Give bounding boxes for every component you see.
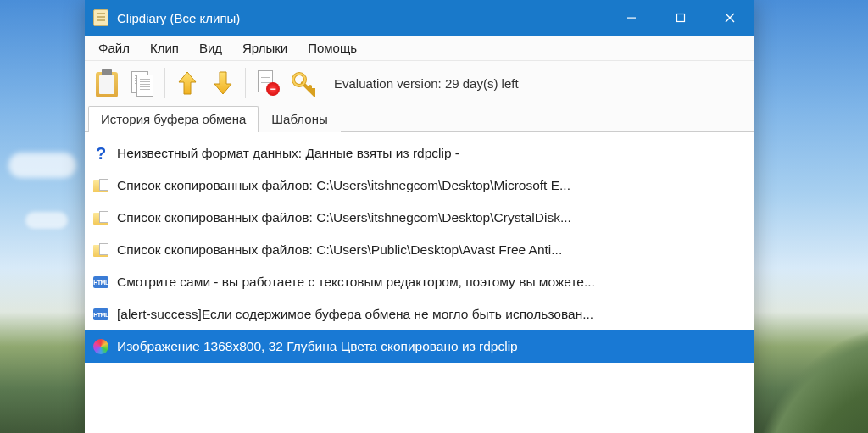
move-up-button[interactable] bbox=[170, 64, 204, 103]
tab-templates[interactable]: Шаблоны bbox=[259, 106, 340, 132]
list-item-text: Список скопированных файлов: C:\Users\Pu… bbox=[117, 242, 562, 258]
menu-help[interactable]: Помощь bbox=[299, 37, 365, 58]
menu-shortcuts[interactable]: Ярлыки bbox=[234, 37, 296, 58]
list-item-text: Смотрите сами - вы работаете с текстовым… bbox=[117, 275, 595, 290]
register-button[interactable] bbox=[287, 64, 320, 103]
svg-rect-0 bbox=[627, 18, 636, 19]
close-icon bbox=[725, 13, 735, 23]
toolbar-divider bbox=[245, 68, 246, 98]
delete-button[interactable]: − bbox=[251, 64, 285, 103]
paste-button[interactable] bbox=[90, 64, 124, 103]
svg-point-3 bbox=[293, 74, 305, 86]
clip-list[interactable]: ?Неизвестный формат данных: Данные взяты… bbox=[85, 132, 754, 433]
delete-icon: − bbox=[256, 69, 280, 97]
svg-rect-1 bbox=[677, 14, 685, 22]
menu-view[interactable]: Вид bbox=[191, 37, 231, 58]
list-item[interactable]: Список скопированных файлов: C:\Users\Pu… bbox=[85, 234, 754, 266]
menu-file[interactable]: Файл bbox=[90, 37, 138, 58]
toolbar-divider bbox=[164, 68, 165, 98]
files-icon bbox=[93, 242, 108, 258]
list-item-text: Изображение 1368x800, 32 Глубина Цвета с… bbox=[117, 339, 518, 354]
tabbar: История буфера обмена Шаблоны bbox=[85, 105, 754, 132]
menubar: Файл Клип Вид Ярлыки Помощь bbox=[85, 36, 754, 61]
evaluation-label: Evaluation version: 29 day(s) left bbox=[334, 76, 519, 91]
window-title: Clipdiary (Все клипы) bbox=[117, 11, 607, 25]
html-icon: HTML bbox=[93, 275, 108, 290]
list-item-text: Неизвестный формат данных: Данные взяты … bbox=[117, 146, 459, 161]
menu-clip[interactable]: Клип bbox=[142, 37, 187, 58]
app-icon bbox=[93, 9, 108, 26]
list-item[interactable]: Список скопированных файлов: C:\Users\it… bbox=[85, 202, 754, 234]
files-icon bbox=[93, 210, 108, 225]
toolbar: − Evaluation version: 29 day(s) left bbox=[85, 61, 754, 105]
minimize-button[interactable] bbox=[607, 0, 656, 36]
arrow-up-icon bbox=[175, 69, 199, 97]
list-item[interactable]: Изображение 1368x800, 32 Глубина Цвета с… bbox=[85, 330, 754, 363]
image-icon bbox=[93, 339, 108, 354]
clipboard-icon bbox=[96, 69, 118, 97]
key-icon bbox=[290, 69, 317, 97]
app-window: Clipdiary (Все клипы) Файл Клип Вид Ярлы… bbox=[85, 0, 754, 433]
close-button[interactable] bbox=[705, 0, 754, 36]
maximize-icon bbox=[676, 13, 686, 23]
titlebar[interactable]: Clipdiary (Все клипы) bbox=[85, 0, 754, 36]
move-down-button[interactable] bbox=[206, 64, 240, 103]
list-item-text: Список скопированных файлов: C:\Users\it… bbox=[117, 210, 571, 225]
html-icon: HTML bbox=[93, 307, 108, 322]
list-item[interactable]: HTMLСмотрите сами - вы работаете с текст… bbox=[85, 266, 754, 298]
copy-button[interactable] bbox=[125, 64, 159, 103]
files-icon bbox=[93, 178, 108, 193]
list-item[interactable]: Список скопированных файлов: C:\Users\it… bbox=[85, 169, 754, 202]
window-controls bbox=[607, 0, 754, 36]
question-icon: ? bbox=[93, 146, 108, 161]
list-item[interactable]: ?Неизвестный формат данных: Данные взяты… bbox=[85, 137, 754, 169]
documents-icon bbox=[131, 69, 153, 97]
list-item-text: [alert-success]Если содержимое буфера об… bbox=[117, 307, 593, 322]
arrow-down-icon bbox=[211, 69, 235, 97]
tab-history[interactable]: История буфера обмена bbox=[88, 106, 259, 132]
maximize-button[interactable] bbox=[656, 0, 705, 36]
list-item[interactable]: HTML[alert-success]Если содержимое буфер… bbox=[85, 298, 754, 330]
list-item-text: Список скопированных файлов: C:\Users\it… bbox=[117, 178, 570, 193]
minimize-icon bbox=[626, 13, 637, 23]
